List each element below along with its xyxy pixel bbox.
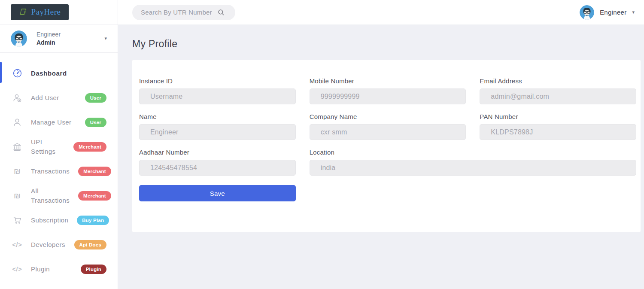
badge-user[interactable]: User bbox=[85, 118, 106, 127]
shekel-icon: ₪ bbox=[12, 167, 22, 175]
sidebar-item-label: Developers bbox=[31, 240, 65, 249]
sidebar-item-label: Subscription bbox=[31, 216, 68, 225]
badge-buy-plan[interactable]: Buy Plan bbox=[77, 216, 109, 225]
sidebar-item-label: Add User bbox=[31, 93, 59, 103]
field-label: Email Address bbox=[480, 77, 636, 85]
field-label: Aadhaar Number bbox=[139, 149, 296, 156]
name-input[interactable] bbox=[139, 124, 296, 140]
badge-plugin[interactable]: Plugin bbox=[81, 265, 106, 274]
sidebar-item-label: Transactions bbox=[31, 167, 70, 176]
topbar: Engineer ▾ bbox=[118, 0, 644, 24]
payhere-logo[interactable]: PayHere bbox=[11, 4, 69, 20]
sidebar: PayHere Engineer Admin ▾ bbox=[0, 0, 118, 289]
sidebar-item-plugin[interactable]: </> Plugin Plugin bbox=[0, 257, 118, 281]
field-instance-id: Instance ID bbox=[139, 77, 296, 104]
sidebar-menu: Dashboard Add User User Manage bbox=[0, 53, 118, 281]
avatar bbox=[11, 30, 27, 47]
field-label: Name bbox=[139, 113, 296, 120]
pan-number-input[interactable] bbox=[480, 124, 636, 140]
mobile-number-input[interactable] bbox=[310, 88, 466, 104]
sidebar-item-label: Dashboard bbox=[31, 69, 67, 78]
cart-icon bbox=[12, 215, 22, 225]
sidebar-item-upi-settings[interactable]: UPI Settings Merchant bbox=[0, 134, 118, 159]
field-location: Location bbox=[310, 149, 636, 176]
field-label: PAN Number bbox=[480, 113, 636, 120]
company-name-input[interactable] bbox=[310, 124, 466, 140]
profile-card: Instance ID Mobile Number Email Address … bbox=[132, 60, 641, 232]
page-title: My Profile bbox=[132, 38, 644, 50]
book-icon bbox=[19, 8, 28, 16]
profile-form: Instance ID Mobile Number Email Address … bbox=[139, 77, 636, 201]
search-icon[interactable] bbox=[217, 9, 225, 16]
shekel-icon: ₪ bbox=[12, 192, 22, 200]
user-icon bbox=[12, 117, 22, 128]
avatar bbox=[580, 5, 594, 20]
search-pill bbox=[132, 5, 235, 20]
field-label: Mobile Number bbox=[310, 77, 466, 85]
topbar-user-menu[interactable]: Engineer ▾ bbox=[580, 5, 635, 20]
profile-names: Engineer Admin bbox=[36, 31, 61, 46]
field-pan-number: PAN Number bbox=[480, 113, 636, 140]
field-label: Location bbox=[310, 149, 636, 156]
search-input[interactable] bbox=[141, 9, 213, 16]
instance-id-input[interactable] bbox=[139, 88, 296, 104]
badge-merchant[interactable]: Merchant bbox=[78, 167, 111, 176]
sidebar-item-dashboard[interactable]: Dashboard bbox=[0, 61, 118, 85]
field-company-name: Company Name bbox=[310, 113, 466, 140]
logo-wrap: PayHere bbox=[0, 0, 118, 24]
topbar-user-name: Engineer bbox=[600, 9, 626, 16]
sidebar-item-developers[interactable]: </> Developers Api Docs bbox=[0, 232, 118, 257]
field-email-address: Email Address bbox=[480, 77, 636, 104]
sidebar-item-label: Manage User bbox=[31, 118, 71, 127]
badge-api-docs[interactable]: Api Docs bbox=[74, 240, 106, 249]
email-address-input[interactable] bbox=[480, 88, 636, 104]
field-name: Name bbox=[139, 113, 296, 140]
main-content: My Profile Instance ID Mobile Number Ema… bbox=[118, 24, 644, 289]
badge-merchant[interactable]: Merchant bbox=[73, 142, 106, 152]
sidebar-item-add-user[interactable]: Add User User bbox=[0, 85, 118, 110]
sidebar-item-label: Plugin bbox=[31, 265, 50, 274]
aadhaar-number-input[interactable] bbox=[139, 160, 296, 176]
field-label: Company Name bbox=[310, 113, 466, 120]
save-row: Save bbox=[139, 185, 296, 201]
gauge-icon bbox=[12, 68, 22, 78]
logo-text: PayHere bbox=[31, 7, 61, 17]
field-aadhaar-number: Aadhaar Number bbox=[139, 149, 296, 176]
chevron-down-icon[interactable]: ▾ bbox=[632, 9, 635, 15]
code-icon: </> bbox=[12, 266, 22, 273]
save-button[interactable]: Save bbox=[139, 185, 296, 201]
badge-merchant[interactable]: Merchant bbox=[78, 191, 111, 201]
sidebar-item-manage-user[interactable]: Manage User User bbox=[0, 110, 118, 134]
sidebar-item-transactions[interactable]: ₪ Transactions Merchant bbox=[0, 159, 118, 183]
field-mobile-number: Mobile Number bbox=[310, 77, 466, 104]
profile-role: Admin bbox=[36, 39, 61, 46]
profile-name: Engineer bbox=[36, 31, 61, 38]
code-icon: </> bbox=[12, 241, 22, 248]
sidebar-item-subscription[interactable]: Subscription Buy Plan bbox=[0, 208, 118, 232]
chevron-down-icon[interactable]: ▾ bbox=[104, 36, 107, 41]
sidebar-item-label: All Transactions bbox=[31, 186, 70, 205]
bank-icon bbox=[12, 142, 22, 152]
sidebar-profile[interactable]: Engineer Admin ▾ bbox=[0, 24, 118, 53]
sidebar-item-all-transactions[interactable]: ₪ All Transactions Merchant bbox=[0, 183, 118, 208]
field-label: Instance ID bbox=[139, 77, 296, 85]
location-input[interactable] bbox=[310, 160, 636, 176]
sidebar-item-label: UPI Settings bbox=[31, 137, 65, 156]
badge-user[interactable]: User bbox=[85, 93, 106, 103]
user-plus-icon bbox=[12, 93, 22, 103]
